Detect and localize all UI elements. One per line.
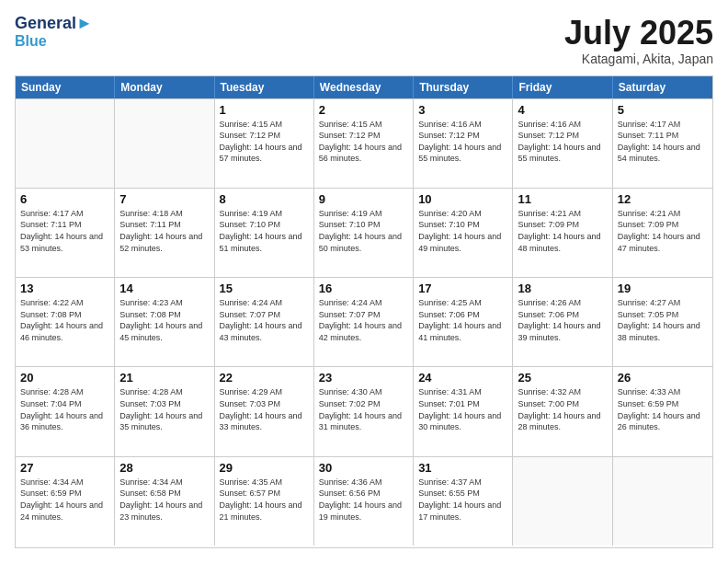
header: General► Blue July 2025 Katagami, Akita,… bbox=[15, 15, 713, 66]
calendar-cell: 14Sunrise: 4:23 AMSunset: 7:08 PMDayligh… bbox=[115, 278, 214, 366]
calendar-cell bbox=[115, 99, 214, 188]
cell-info: Sunrise: 4:29 AMSunset: 7:03 PMDaylight:… bbox=[220, 386, 309, 432]
calendar-cell: 5Sunrise: 4:17 AMSunset: 7:11 PMDaylight… bbox=[613, 99, 712, 188]
cell-info: Sunrise: 4:16 AMSunset: 7:12 PMDaylight:… bbox=[418, 119, 507, 165]
cell-info: Sunrise: 4:16 AMSunset: 7:12 PMDaylight:… bbox=[518, 119, 607, 165]
logo-text: General► bbox=[15, 15, 93, 33]
cell-info: Sunrise: 4:23 AMSunset: 7:08 PMDaylight:… bbox=[119, 297, 209, 343]
calendar-cell: 27Sunrise: 4:34 AMSunset: 6:59 PMDayligh… bbox=[16, 457, 115, 546]
cell-info: Sunrise: 4:19 AMSunset: 7:10 PMDaylight:… bbox=[220, 208, 309, 254]
cell-info: Sunrise: 4:30 AMSunset: 7:02 PMDaylight:… bbox=[319, 386, 408, 432]
page: General► Blue July 2025 Katagami, Akita,… bbox=[0, 0, 728, 563]
cell-info: Sunrise: 4:31 AMSunset: 7:01 PMDaylight:… bbox=[418, 386, 507, 432]
weekday-header: Friday bbox=[513, 76, 612, 98]
calendar-week: 20Sunrise: 4:28 AMSunset: 7:04 PMDayligh… bbox=[16, 366, 712, 455]
cell-info: Sunrise: 4:26 AMSunset: 7:06 PMDaylight:… bbox=[518, 297, 607, 343]
day-number: 29 bbox=[220, 461, 309, 475]
day-number: 10 bbox=[418, 192, 507, 206]
month-title: July 2025 bbox=[564, 15, 713, 52]
weekday-header: Monday bbox=[115, 76, 214, 98]
day-number: 12 bbox=[618, 192, 708, 206]
day-number: 30 bbox=[319, 461, 408, 475]
cell-info: Sunrise: 4:35 AMSunset: 6:57 PMDaylight:… bbox=[220, 477, 309, 523]
day-number: 3 bbox=[418, 103, 507, 117]
calendar-cell: 2Sunrise: 4:15 AMSunset: 7:12 PMDaylight… bbox=[314, 99, 414, 188]
day-number: 6 bbox=[20, 192, 109, 206]
calendar-cell: 8Sunrise: 4:19 AMSunset: 7:10 PMDaylight… bbox=[215, 189, 314, 277]
calendar-cell: 7Sunrise: 4:18 AMSunset: 7:11 PMDaylight… bbox=[115, 189, 214, 277]
cell-info: Sunrise: 4:27 AMSunset: 7:05 PMDaylight:… bbox=[618, 297, 708, 343]
calendar-cell: 19Sunrise: 4:27 AMSunset: 7:05 PMDayligh… bbox=[613, 278, 712, 366]
day-number: 14 bbox=[119, 282, 209, 295]
cell-info: Sunrise: 4:20 AMSunset: 7:10 PMDaylight:… bbox=[418, 208, 507, 254]
weekday-header: Thursday bbox=[414, 76, 513, 98]
calendar-cell: 17Sunrise: 4:25 AMSunset: 7:06 PMDayligh… bbox=[414, 278, 513, 366]
calendar-cell: 22Sunrise: 4:29 AMSunset: 7:03 PMDayligh… bbox=[215, 367, 314, 455]
cell-info: Sunrise: 4:18 AMSunset: 7:11 PMDaylight:… bbox=[119, 208, 209, 254]
calendar-cell: 25Sunrise: 4:32 AMSunset: 7:00 PMDayligh… bbox=[513, 367, 612, 455]
day-number: 25 bbox=[518, 371, 607, 385]
calendar-body: 1Sunrise: 4:15 AMSunset: 7:12 PMDaylight… bbox=[16, 98, 712, 546]
calendar-cell: 16Sunrise: 4:24 AMSunset: 7:07 PMDayligh… bbox=[314, 278, 414, 366]
day-number: 9 bbox=[319, 192, 408, 206]
calendar-cell: 15Sunrise: 4:24 AMSunset: 7:07 PMDayligh… bbox=[215, 278, 314, 366]
cell-info: Sunrise: 4:33 AMSunset: 6:59 PMDaylight:… bbox=[618, 386, 708, 432]
calendar-cell: 3Sunrise: 4:16 AMSunset: 7:12 PMDaylight… bbox=[414, 99, 513, 188]
day-number: 16 bbox=[319, 282, 408, 295]
day-number: 19 bbox=[618, 282, 708, 295]
day-number: 27 bbox=[20, 461, 109, 475]
cell-info: Sunrise: 4:17 AMSunset: 7:11 PMDaylight:… bbox=[20, 208, 109, 254]
calendar-cell: 10Sunrise: 4:20 AMSunset: 7:10 PMDayligh… bbox=[414, 189, 513, 277]
day-number: 7 bbox=[119, 192, 209, 206]
calendar-cell: 9Sunrise: 4:19 AMSunset: 7:10 PMDaylight… bbox=[314, 189, 414, 277]
day-number: 26 bbox=[618, 371, 708, 385]
calendar-cell: 26Sunrise: 4:33 AMSunset: 6:59 PMDayligh… bbox=[613, 367, 712, 455]
day-number: 4 bbox=[518, 103, 607, 117]
calendar-cell bbox=[513, 457, 612, 546]
cell-info: Sunrise: 4:34 AMSunset: 6:59 PMDaylight:… bbox=[20, 477, 109, 523]
calendar-cell: 24Sunrise: 4:31 AMSunset: 7:01 PMDayligh… bbox=[414, 367, 513, 455]
calendar-week: 1Sunrise: 4:15 AMSunset: 7:12 PMDaylight… bbox=[16, 98, 712, 188]
location: Katagami, Akita, Japan bbox=[564, 52, 713, 66]
day-number: 21 bbox=[119, 371, 209, 385]
calendar-cell: 18Sunrise: 4:26 AMSunset: 7:06 PMDayligh… bbox=[513, 278, 612, 366]
day-number: 1 bbox=[220, 103, 309, 117]
calendar-cell: 29Sunrise: 4:35 AMSunset: 6:57 PMDayligh… bbox=[215, 457, 314, 546]
calendar-cell bbox=[16, 99, 115, 188]
cell-info: Sunrise: 4:24 AMSunset: 7:07 PMDaylight:… bbox=[220, 297, 309, 343]
calendar-cell: 31Sunrise: 4:37 AMSunset: 6:55 PMDayligh… bbox=[414, 457, 513, 546]
day-number: 31 bbox=[418, 461, 507, 475]
calendar-cell: 13Sunrise: 4:22 AMSunset: 7:08 PMDayligh… bbox=[16, 278, 115, 366]
day-number: 23 bbox=[319, 371, 408, 385]
calendar: SundayMondayTuesdayWednesdayThursdayFrid… bbox=[15, 75, 713, 548]
cell-info: Sunrise: 4:21 AMSunset: 7:09 PMDaylight:… bbox=[618, 208, 708, 254]
day-number: 13 bbox=[20, 282, 109, 295]
calendar-cell: 1Sunrise: 4:15 AMSunset: 7:12 PMDaylight… bbox=[215, 99, 314, 188]
calendar-week: 27Sunrise: 4:34 AMSunset: 6:59 PMDayligh… bbox=[16, 456, 712, 546]
cell-info: Sunrise: 4:28 AMSunset: 7:04 PMDaylight:… bbox=[20, 386, 109, 432]
day-number: 8 bbox=[220, 192, 309, 206]
day-number: 28 bbox=[119, 461, 209, 475]
cell-info: Sunrise: 4:28 AMSunset: 7:03 PMDaylight:… bbox=[119, 386, 209, 432]
weekday-header: Wednesday bbox=[314, 76, 414, 98]
cell-info: Sunrise: 4:15 AMSunset: 7:12 PMDaylight:… bbox=[319, 119, 408, 165]
title-block: July 2025 Katagami, Akita, Japan bbox=[564, 15, 713, 66]
cell-info: Sunrise: 4:32 AMSunset: 7:00 PMDaylight:… bbox=[518, 386, 607, 432]
cell-info: Sunrise: 4:21 AMSunset: 7:09 PMDaylight:… bbox=[518, 208, 607, 254]
logo: General► Blue bbox=[15, 15, 93, 49]
cell-info: Sunrise: 4:37 AMSunset: 6:55 PMDaylight:… bbox=[418, 477, 507, 523]
calendar-cell: 30Sunrise: 4:36 AMSunset: 6:56 PMDayligh… bbox=[314, 457, 414, 546]
day-number: 15 bbox=[220, 282, 309, 295]
cell-info: Sunrise: 4:19 AMSunset: 7:10 PMDaylight:… bbox=[319, 208, 408, 254]
cell-info: Sunrise: 4:36 AMSunset: 6:56 PMDaylight:… bbox=[319, 477, 408, 523]
calendar-cell: 23Sunrise: 4:30 AMSunset: 7:02 PMDayligh… bbox=[314, 367, 414, 455]
cell-info: Sunrise: 4:15 AMSunset: 7:12 PMDaylight:… bbox=[220, 119, 309, 165]
calendar-cell: 6Sunrise: 4:17 AMSunset: 7:11 PMDaylight… bbox=[16, 189, 115, 277]
cell-info: Sunrise: 4:25 AMSunset: 7:06 PMDaylight:… bbox=[418, 297, 507, 343]
cell-info: Sunrise: 4:17 AMSunset: 7:11 PMDaylight:… bbox=[618, 119, 708, 165]
day-number: 18 bbox=[518, 282, 607, 295]
weekday-header: Sunday bbox=[16, 76, 115, 98]
day-number: 11 bbox=[518, 192, 607, 206]
calendar-cell: 11Sunrise: 4:21 AMSunset: 7:09 PMDayligh… bbox=[513, 189, 612, 277]
day-number: 17 bbox=[418, 282, 507, 295]
